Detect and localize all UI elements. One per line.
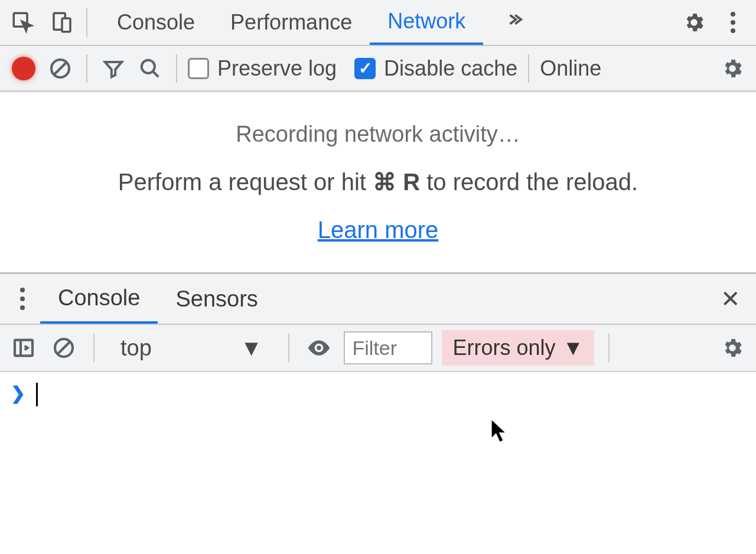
device-toolbar-icon[interactable] bbox=[43, 3, 82, 42]
disable-cache-label: Disable cache bbox=[384, 56, 517, 81]
console-prompt-area[interactable]: ❯ bbox=[0, 372, 756, 554]
svg-point-5 bbox=[731, 28, 735, 33]
divider bbox=[528, 54, 529, 83]
hint-shortcut: ⌘ R bbox=[373, 169, 420, 195]
text-cursor bbox=[36, 383, 38, 406]
svg-line-7 bbox=[54, 63, 66, 74]
drawer-tab-sensors[interactable]: Sensors bbox=[158, 274, 275, 324]
drawer-tab-console[interactable]: Console bbox=[40, 274, 158, 324]
execution-context-select[interactable]: top ▼ bbox=[109, 335, 274, 361]
disable-cache-checkbox[interactable]: Disable cache bbox=[354, 56, 517, 81]
more-menu-icon[interactable] bbox=[713, 3, 752, 42]
console-toolbar: top ▼ Errors only ▼ bbox=[0, 325, 756, 372]
hint-prefix: Perform a request or hit bbox=[118, 169, 373, 195]
svg-line-9 bbox=[153, 71, 159, 77]
filter-icon[interactable] bbox=[98, 53, 129, 84]
search-icon[interactable] bbox=[135, 53, 165, 84]
settings-gear-icon[interactable] bbox=[674, 3, 713, 42]
record-dot-icon bbox=[12, 57, 35, 80]
preserve-log-label: Preserve log bbox=[217, 56, 337, 81]
divider bbox=[288, 334, 289, 362]
svg-point-3 bbox=[731, 12, 735, 17]
hint-suffix: to record the reload. bbox=[420, 169, 638, 195]
chevron-down-icon: ▼ bbox=[240, 335, 263, 361]
tab-console[interactable]: Console bbox=[99, 0, 213, 45]
divider bbox=[608, 334, 610, 362]
log-levels-select[interactable]: Errors only ▼ bbox=[442, 330, 594, 366]
devtools-main-tabstrip: Console Performance Network bbox=[0, 0, 756, 46]
console-settings-gear-icon[interactable] bbox=[717, 333, 748, 363]
svg-rect-10 bbox=[15, 340, 32, 356]
clear-icon[interactable] bbox=[45, 53, 76, 84]
context-label: top bbox=[120, 335, 152, 361]
tab-performance[interactable]: Performance bbox=[213, 0, 370, 45]
inspect-element-icon[interactable] bbox=[4, 3, 43, 42]
learn-more-link[interactable]: Learn more bbox=[318, 217, 439, 243]
console-clear-icon[interactable] bbox=[48, 333, 79, 363]
svg-point-4 bbox=[731, 20, 735, 25]
chevron-down-icon: ▼ bbox=[563, 335, 584, 360]
recording-hint: Perform a request or hit ⌘ R to record t… bbox=[118, 168, 638, 195]
levels-label: Errors only bbox=[452, 335, 555, 360]
checkbox-icon bbox=[354, 58, 376, 79]
svg-point-14 bbox=[317, 346, 321, 350]
network-settings-gear-icon[interactable] bbox=[717, 53, 748, 84]
preserve-log-checkbox[interactable]: Preserve log bbox=[188, 56, 337, 81]
record-button[interactable] bbox=[8, 53, 39, 84]
divider bbox=[86, 8, 87, 37]
svg-line-13 bbox=[58, 342, 70, 354]
network-toolbar: Preserve log Disable cache Online bbox=[0, 46, 756, 92]
svg-point-8 bbox=[142, 60, 155, 73]
tab-network[interactable]: Network bbox=[370, 0, 483, 45]
recording-title: Recording network activity… bbox=[236, 122, 520, 147]
throttling-select[interactable]: Online bbox=[540, 56, 601, 81]
checkbox-icon bbox=[188, 58, 209, 79]
console-sidebar-toggle-icon[interactable] bbox=[8, 333, 39, 363]
close-drawer-icon[interactable]: ✕ bbox=[710, 285, 751, 312]
console-filter-input[interactable] bbox=[344, 331, 432, 364]
prompt-chevron-icon: ❯ bbox=[11, 383, 25, 543]
divider bbox=[86, 54, 87, 83]
drawer-tabstrip: Console Sensors ✕ bbox=[0, 274, 756, 325]
drawer-more-icon[interactable] bbox=[5, 281, 40, 317]
divider bbox=[93, 334, 94, 362]
divider bbox=[176, 54, 177, 83]
more-tabs-icon[interactable] bbox=[495, 0, 534, 39]
mouse-cursor-icon bbox=[489, 418, 510, 444]
svg-rect-2 bbox=[62, 18, 70, 32]
throttling-label: Online bbox=[540, 56, 601, 81]
network-empty-state: Recording network activity… Perform a re… bbox=[0, 92, 756, 274]
live-expression-icon[interactable] bbox=[304, 333, 334, 363]
